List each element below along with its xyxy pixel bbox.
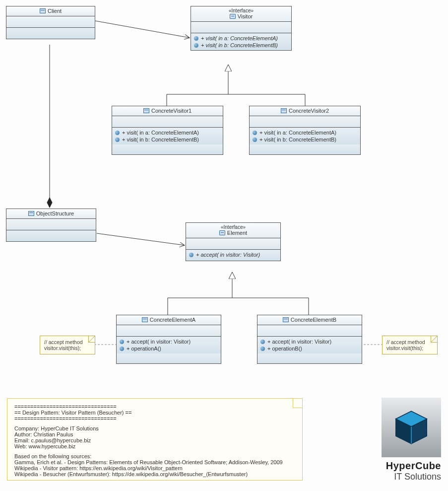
operation-icon bbox=[120, 347, 124, 351]
operation-icon bbox=[260, 340, 265, 344]
info-line: Web: www.hypercube.biz bbox=[14, 443, 295, 449]
class-concrete-visitor-2: ConcreteVisitor2 + visit( in a: Concrete… bbox=[249, 106, 361, 155]
operation-label: + visit( in b: ConcreteElementB) bbox=[122, 137, 199, 142]
class-name: Client bbox=[48, 8, 62, 14]
operation-label: + visit( in b: ConcreteElementB) bbox=[201, 42, 278, 48]
note-line: visitor.visit(this); bbox=[386, 345, 433, 351]
operation-label: + visit( in a: ConcreteElementA) bbox=[259, 130, 336, 136]
info-line: == Design Pattern: Visitor Pattern (Besu… bbox=[14, 410, 295, 416]
class-name: ConcreteElementB bbox=[291, 317, 336, 323]
note-accept-right: // accept method visitor.visit(this); bbox=[382, 336, 438, 354]
logo: HyperCube IT Solutions bbox=[382, 398, 441, 482]
note-line: // accept method bbox=[386, 339, 433, 345]
info-line: Author: Christian Paulus bbox=[14, 431, 295, 437]
operation-label: + visit( in a: ConcreteElementA) bbox=[201, 35, 278, 41]
stereotype-label: «Interface» bbox=[193, 8, 289, 13]
operation-icon bbox=[194, 36, 198, 41]
class-icon bbox=[142, 317, 148, 322]
class-name: ConcreteVisitor1 bbox=[151, 108, 192, 114]
interface-visitor: «Interface» Visitor + visit( in a: Concr… bbox=[191, 6, 292, 51]
interface-name: Element bbox=[227, 230, 247, 236]
operation-icon bbox=[260, 347, 265, 351]
operation-label: + visit( in b: ConcreteElementB) bbox=[259, 137, 336, 142]
operation-icon bbox=[253, 138, 257, 142]
logo-cube-icon bbox=[382, 398, 441, 457]
class-icon bbox=[40, 8, 46, 13]
interface-icon bbox=[219, 230, 225, 235]
info-line: Gamma, Erich et al. - Design Patterns: E… bbox=[14, 459, 295, 465]
info-line: ================================ bbox=[14, 416, 295, 421]
info-line: ================================ bbox=[14, 404, 295, 410]
operation-label: + operationA() bbox=[127, 346, 161, 351]
class-icon bbox=[28, 211, 34, 216]
operation-label: + accept( in visitor: Visitor) bbox=[196, 252, 260, 258]
operation-icon bbox=[189, 253, 193, 257]
class-icon bbox=[143, 108, 149, 113]
class-concrete-visitor-1: ConcreteVisitor1 + visit( in a: Concrete… bbox=[112, 106, 223, 155]
info-line: Email: c.paulus@hypercube.biz bbox=[14, 437, 295, 443]
class-concrete-element-b: ConcreteElementB + accept( in visitor: V… bbox=[257, 315, 362, 364]
info-line: Wikipedia - Besucher (Entwurfsmuster): h… bbox=[14, 471, 295, 477]
info-note: ================================ == Desi… bbox=[7, 398, 303, 481]
operation-label: + accept( in visitor: Visitor) bbox=[267, 339, 331, 345]
svg-line-0 bbox=[95, 21, 190, 38]
interface-icon bbox=[230, 14, 236, 19]
class-icon bbox=[283, 317, 289, 322]
operation-icon bbox=[115, 131, 120, 135]
interface-name: Visitor bbox=[238, 13, 253, 19]
class-name: ConcreteElementA bbox=[150, 317, 195, 323]
stereotype-label: «Interface» bbox=[188, 224, 278, 230]
operation-label: + visit( in a: ConcreteElementA) bbox=[122, 130, 199, 136]
svg-marker-2 bbox=[47, 198, 52, 208]
operation-icon bbox=[194, 43, 198, 48]
info-line: Wikipedia - Visitor pattern: https://en.… bbox=[14, 465, 295, 471]
note-line: // accept method bbox=[44, 339, 91, 345]
note-accept-left: // accept method visitor.visit(this); bbox=[40, 336, 95, 354]
class-concrete-element-a: ConcreteElementA + accept( in visitor: V… bbox=[116, 315, 221, 364]
logo-text-line1: HyperCube bbox=[382, 460, 441, 472]
info-line: Based on the following sources: bbox=[14, 453, 295, 459]
operation-icon bbox=[115, 138, 120, 142]
class-name: ObjectStructure bbox=[36, 210, 74, 216]
class-name: ConcreteVisitor2 bbox=[289, 108, 329, 114]
logo-text-line2: IT Solutions bbox=[382, 472, 441, 482]
class-client: Client bbox=[6, 6, 95, 39]
svg-line-3 bbox=[97, 233, 185, 245]
class-icon bbox=[281, 108, 287, 113]
note-line: visitor.visit(this); bbox=[44, 345, 91, 351]
operation-icon bbox=[120, 340, 124, 344]
operation-label: + operationB() bbox=[267, 346, 302, 351]
info-line: Company: HyperCube IT Solutions bbox=[14, 425, 295, 431]
operation-icon bbox=[253, 131, 257, 135]
operation-label: + accept( in visitor: Visitor) bbox=[127, 339, 191, 345]
class-object-structure: ObjectStructure bbox=[6, 209, 96, 242]
interface-element: «Interface» Element + accept( in visitor… bbox=[186, 222, 281, 261]
